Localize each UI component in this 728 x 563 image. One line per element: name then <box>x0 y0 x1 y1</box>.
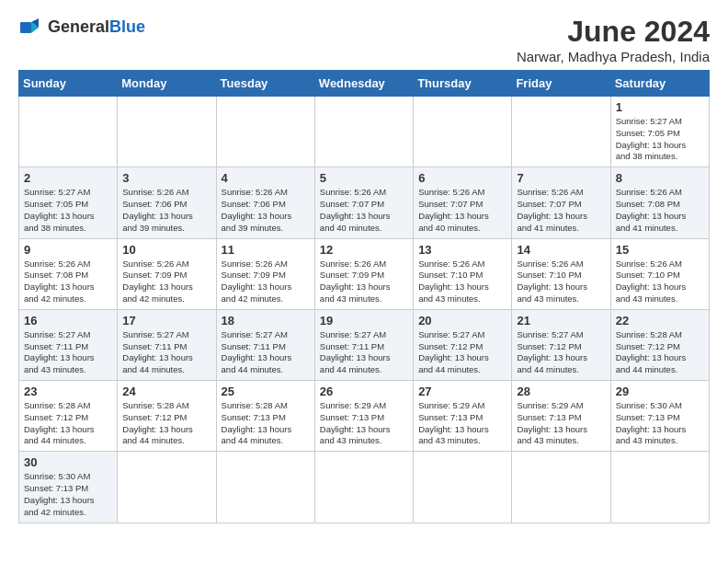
calendar-cell: 29Sunrise: 5:30 AM Sunset: 7:13 PM Dayli… <box>610 381 709 452</box>
calendar-cell <box>314 97 413 167</box>
day-info: Sunrise: 5:26 AM Sunset: 7:07 PM Dayligh… <box>418 187 506 234</box>
day-info: Sunrise: 5:26 AM Sunset: 7:10 PM Dayligh… <box>616 259 704 305</box>
day-info: Sunrise: 5:26 AM Sunset: 7:10 PM Dayligh… <box>418 259 506 305</box>
calendar-cell: 16Sunrise: 5:27 AM Sunset: 7:11 PM Dayli… <box>19 309 118 380</box>
calendar-cell: 18Sunrise: 5:27 AM Sunset: 7:11 PM Dayli… <box>216 309 314 380</box>
day-info: Sunrise: 5:27 AM Sunset: 7:12 PM Dayligh… <box>517 329 605 376</box>
day-info: Sunrise: 5:30 AM Sunset: 7:13 PM Dayligh… <box>24 471 112 518</box>
day-info: Sunrise: 5:27 AM Sunset: 7:05 PM Dayligh… <box>24 187 112 234</box>
day-number: 16 <box>24 314 112 327</box>
day-number: 19 <box>320 314 408 327</box>
page-header: General Blue June 2024 Narwar, Madhya Pr… <box>18 15 710 64</box>
day-info: Sunrise: 5:27 AM Sunset: 7:05 PM Dayligh… <box>616 116 704 163</box>
day-number: 13 <box>418 243 506 257</box>
logo-text: General Blue <box>48 18 145 37</box>
day-info: Sunrise: 5:26 AM Sunset: 7:07 PM Dayligh… <box>320 187 408 234</box>
day-info: Sunrise: 5:26 AM Sunset: 7:09 PM Dayligh… <box>222 259 310 305</box>
calendar-cell: 24Sunrise: 5:28 AM Sunset: 7:12 PM Dayli… <box>118 381 216 452</box>
weekday-header-saturday: Saturday <box>610 71 709 97</box>
day-number: 25 <box>222 385 310 398</box>
calendar-cell: 23Sunrise: 5:28 AM Sunset: 7:12 PM Dayli… <box>19 381 118 452</box>
calendar-cell <box>414 97 512 167</box>
day-number: 24 <box>122 385 210 398</box>
calendar-cell <box>118 452 216 523</box>
month-year: June 2024 <box>517 15 710 49</box>
day-number: 5 <box>320 171 408 185</box>
day-number: 28 <box>517 385 605 398</box>
calendar-cell: 4Sunrise: 5:26 AM Sunset: 7:06 PM Daylig… <box>216 167 314 238</box>
logo: General Blue <box>18 15 145 40</box>
svg-rect-0 <box>20 22 31 33</box>
logo-blue: Blue <box>109 18 145 37</box>
day-info: Sunrise: 5:28 AM Sunset: 7:12 PM Dayligh… <box>122 400 210 447</box>
day-number: 4 <box>222 171 310 185</box>
calendar-cell <box>512 452 610 523</box>
day-info: Sunrise: 5:27 AM Sunset: 7:11 PM Dayligh… <box>222 329 310 376</box>
calendar-cell: 7Sunrise: 5:26 AM Sunset: 7:07 PM Daylig… <box>512 167 610 238</box>
weekday-header-friday: Friday <box>512 71 610 97</box>
weekday-header-row: SundayMondayTuesdayWednesdayThursdayFrid… <box>19 71 710 97</box>
title-block: June 2024 Narwar, Madhya Pradesh, India <box>517 15 710 64</box>
day-info: Sunrise: 5:26 AM Sunset: 7:09 PM Dayligh… <box>320 259 408 305</box>
calendar-cell: 26Sunrise: 5:29 AM Sunset: 7:13 PM Dayli… <box>314 381 413 452</box>
calendar-cell: 5Sunrise: 5:26 AM Sunset: 7:07 PM Daylig… <box>314 167 413 238</box>
day-info: Sunrise: 5:26 AM Sunset: 7:08 PM Dayligh… <box>24 259 112 305</box>
calendar-cell: 22Sunrise: 5:28 AM Sunset: 7:12 PM Dayli… <box>610 309 709 380</box>
calendar-cell: 11Sunrise: 5:26 AM Sunset: 7:09 PM Dayli… <box>216 238 314 309</box>
day-number: 29 <box>616 385 704 398</box>
day-number: 27 <box>418 385 506 398</box>
calendar-cell: 6Sunrise: 5:26 AM Sunset: 7:07 PM Daylig… <box>414 167 512 238</box>
day-number: 17 <box>122 314 210 327</box>
day-number: 2 <box>24 171 112 185</box>
day-info: Sunrise: 5:29 AM Sunset: 7:13 PM Dayligh… <box>320 400 408 447</box>
calendar-cell: 25Sunrise: 5:28 AM Sunset: 7:13 PM Dayli… <box>216 381 314 452</box>
location: Narwar, Madhya Pradesh, India <box>517 49 710 64</box>
calendar-cell: 30Sunrise: 5:30 AM Sunset: 7:13 PM Dayli… <box>19 452 118 523</box>
calendar-cell <box>19 97 118 167</box>
calendar-week-row: 16Sunrise: 5:27 AM Sunset: 7:11 PM Dayli… <box>19 309 710 380</box>
day-number: 1 <box>616 100 704 114</box>
day-info: Sunrise: 5:28 AM Sunset: 7:12 PM Dayligh… <box>24 400 112 447</box>
calendar-cell <box>314 452 413 523</box>
day-info: Sunrise: 5:28 AM Sunset: 7:12 PM Dayligh… <box>616 329 704 376</box>
calendar-cell <box>216 452 314 523</box>
calendar-cell: 10Sunrise: 5:26 AM Sunset: 7:09 PM Dayli… <box>118 238 216 309</box>
day-number: 20 <box>418 314 506 327</box>
day-info: Sunrise: 5:26 AM Sunset: 7:10 PM Dayligh… <box>517 259 605 305</box>
day-info: Sunrise: 5:27 AM Sunset: 7:11 PM Dayligh… <box>320 329 408 376</box>
calendar-week-row: 1Sunrise: 5:27 AM Sunset: 7:05 PM Daylig… <box>19 97 710 167</box>
day-number: 22 <box>616 314 704 327</box>
calendar-cell <box>610 452 709 523</box>
day-number: 7 <box>517 171 605 185</box>
calendar-cell: 2Sunrise: 5:27 AM Sunset: 7:05 PM Daylig… <box>19 167 118 238</box>
day-info: Sunrise: 5:27 AM Sunset: 7:11 PM Dayligh… <box>122 329 210 376</box>
day-info: Sunrise: 5:26 AM Sunset: 7:09 PM Dayligh… <box>122 259 210 305</box>
calendar-cell: 28Sunrise: 5:29 AM Sunset: 7:13 PM Dayli… <box>512 381 610 452</box>
calendar-week-row: 30Sunrise: 5:30 AM Sunset: 7:13 PM Dayli… <box>19 452 710 523</box>
logo-general: General <box>48 18 109 37</box>
day-number: 14 <box>517 243 605 257</box>
day-number: 12 <box>320 243 408 257</box>
weekday-header-wednesday: Wednesday <box>314 71 413 97</box>
day-info: Sunrise: 5:27 AM Sunset: 7:11 PM Dayligh… <box>24 329 112 376</box>
calendar-cell: 21Sunrise: 5:27 AM Sunset: 7:12 PM Dayli… <box>512 309 610 380</box>
calendar-cell: 15Sunrise: 5:26 AM Sunset: 7:10 PM Dayli… <box>610 238 709 309</box>
calendar-cell <box>216 97 314 167</box>
calendar-week-row: 9Sunrise: 5:26 AM Sunset: 7:08 PM Daylig… <box>19 238 710 309</box>
calendar-cell <box>512 97 610 167</box>
calendar-cell: 14Sunrise: 5:26 AM Sunset: 7:10 PM Dayli… <box>512 238 610 309</box>
calendar-cell <box>118 97 216 167</box>
day-info: Sunrise: 5:28 AM Sunset: 7:13 PM Dayligh… <box>222 400 310 447</box>
calendar-cell: 13Sunrise: 5:26 AM Sunset: 7:10 PM Dayli… <box>414 238 512 309</box>
day-number: 10 <box>122 243 210 257</box>
day-number: 30 <box>24 455 112 469</box>
day-info: Sunrise: 5:29 AM Sunset: 7:13 PM Dayligh… <box>418 400 506 447</box>
calendar-cell: 3Sunrise: 5:26 AM Sunset: 7:06 PM Daylig… <box>118 167 216 238</box>
day-info: Sunrise: 5:29 AM Sunset: 7:13 PM Dayligh… <box>517 400 605 447</box>
day-number: 9 <box>24 243 112 257</box>
day-number: 11 <box>222 243 310 257</box>
weekday-header-tuesday: Tuesday <box>216 71 314 97</box>
day-number: 3 <box>122 171 210 185</box>
weekday-header-sunday: Sunday <box>19 71 118 97</box>
day-number: 18 <box>222 314 310 327</box>
